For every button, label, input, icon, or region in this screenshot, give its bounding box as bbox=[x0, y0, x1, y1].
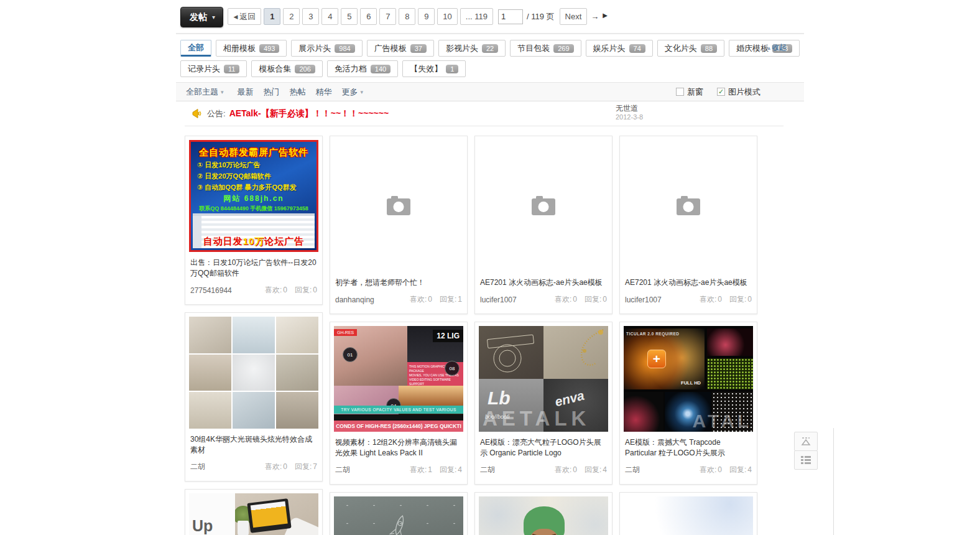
thread-title[interactable]: 初学者，想请老师帮个忙！ bbox=[335, 277, 462, 288]
page-jump-input[interactable] bbox=[498, 9, 523, 24]
page-button-3[interactable]: 3 bbox=[302, 8, 319, 25]
thread-thumbnail-template[interactable]: NEED TEMPLATE? bbox=[334, 496, 463, 535]
thread-title[interactable]: 视频素材：12组2K分辨率高清镜头漏光效果 Light Leaks Pack I… bbox=[335, 437, 462, 458]
tab-template-collections[interactable]: 模板合集 206 bbox=[251, 60, 322, 77]
thread-thumbnail-blank[interactable] bbox=[624, 496, 753, 535]
triangle-right-icon: ▶ bbox=[603, 12, 608, 21]
tab-invalid[interactable]: 【失效】 1 bbox=[402, 60, 466, 77]
thread-thumbnail-collage[interactable] bbox=[189, 317, 318, 429]
tab-label: 【失效】 bbox=[410, 63, 442, 75]
camera-icon bbox=[675, 195, 702, 217]
thread-thumbnail-workspace[interactable]: Up 12 bbox=[189, 493, 318, 535]
thread-title[interactable]: AE7201 冰火动画标志-ae片头ae模板 bbox=[625, 277, 752, 288]
list-view-button[interactable] bbox=[794, 450, 818, 470]
tab-culture-intros[interactable]: 文化片头 88 bbox=[657, 40, 724, 57]
thread-meta: 二胡 喜欢:0 回复:4 bbox=[480, 465, 607, 475]
announcement-title-link[interactable]: AETalk-【新手必读】！！~~！！~~~~~~ bbox=[229, 108, 389, 119]
filter-link-digest[interactable]: 精华 bbox=[316, 86, 332, 98]
tiny-text: VIDEO EDITING SOFTWARE SUPPORT bbox=[409, 378, 461, 386]
back-button[interactable]: ◀ 返回 bbox=[228, 8, 261, 25]
thread-title[interactable]: AE模版：漂亮大气粒子LOGO片头展示 Organic Particle Log… bbox=[480, 437, 607, 458]
new-post-button[interactable]: 发帖 ▾ bbox=[180, 7, 223, 27]
collapse-link[interactable]: ▴ 收起 bbox=[767, 42, 787, 53]
thread-thumbnail-placeholder[interactable] bbox=[334, 140, 463, 272]
filter-link-newest[interactable]: 最新 bbox=[238, 86, 254, 98]
thread-author[interactable]: 二胡 bbox=[480, 465, 495, 475]
thread-thumbnail-placeholder[interactable] bbox=[479, 140, 608, 272]
announcement-author[interactable]: 无世道 bbox=[616, 104, 643, 113]
thread-stats: 喜欢:0 回复:0 bbox=[700, 294, 752, 305]
thread-author[interactable]: 二胡 bbox=[625, 465, 640, 475]
tab-label: 文化片头 bbox=[665, 43, 697, 54]
filter-link-hot-posts[interactable]: 热帖 bbox=[290, 86, 306, 98]
announcement-date: 2012-3-8 bbox=[616, 113, 643, 121]
replies-label: 回复: bbox=[729, 295, 746, 304]
page-button-4[interactable]: 4 bbox=[321, 8, 338, 25]
thread-author[interactable]: danhanqing bbox=[335, 295, 374, 304]
thread-title[interactable]: AE模版：震撼大气 Trapcode Particular 粒子LOGO片头展示 bbox=[625, 437, 752, 458]
scope-dropdown[interactable]: 全部主题 ▾ bbox=[186, 86, 224, 98]
thread-thumbnail-placeholder[interactable] bbox=[624, 140, 753, 272]
thread-title[interactable]: 出售：日发10万论坛广告软件--日发20万QQ邮箱软件 bbox=[190, 258, 317, 279]
thread-stats: 喜欢:0 回复:1 bbox=[410, 294, 462, 305]
tab-documentary-intros[interactable]: 记录片头 11 bbox=[180, 60, 247, 77]
thread-thumbnail-ad[interactable]: 全自动群发霸屏广告软件 ① 日发10万论坛广告 ② 日发20万QQ邮箱软件 ③ … bbox=[189, 140, 318, 252]
thread-thumbnail-lightleaks[interactable]: THIS MOTION GRAPHICS PACKAGE MOVIES, YOU… bbox=[334, 326, 463, 432]
tab-film-intros[interactable]: 影视片头 22 bbox=[438, 40, 506, 57]
tab-wedding-templates[interactable]: 婚庆模板 153 bbox=[729, 40, 800, 57]
likes-label: 喜欢: bbox=[265, 286, 282, 294]
filter-link-more[interactable]: 更多 ▾ bbox=[342, 86, 364, 98]
category-tabs: 全部 相册模板 493 展示片头 984 广告模板 37 影视片头 22 bbox=[176, 34, 804, 77]
chevron-down-icon: ▾ bbox=[361, 89, 364, 95]
tab-album-templates[interactable]: 相册模板 493 bbox=[216, 40, 287, 57]
page-button-2[interactable]: 2 bbox=[283, 8, 300, 25]
page-button-5[interactable]: 5 bbox=[341, 8, 358, 25]
page-button-6[interactable]: 6 bbox=[360, 8, 377, 25]
tab-label: 记录片头 bbox=[188, 63, 220, 75]
last-page-button[interactable]: → ▶ bbox=[589, 12, 609, 21]
tab-ad-templates[interactable]: 广告模板 37 bbox=[367, 40, 434, 57]
page-button-8[interactable]: 8 bbox=[399, 8, 415, 25]
checkbox-box bbox=[676, 88, 684, 96]
tab-show-packaging[interactable]: 节目包装 269 bbox=[510, 40, 581, 57]
checkbox-box-checked: ✓ bbox=[717, 88, 725, 96]
thread-author[interactable]: lucifer1007 bbox=[480, 295, 517, 304]
page-button-1[interactable]: 1 bbox=[264, 8, 280, 25]
back-to-top-button[interactable] bbox=[794, 432, 818, 451]
thread-thumbnail-organic-logo[interactable]: Lb boo//boofi enva AETALK bbox=[479, 326, 608, 432]
thread-card: 30组4K华丽大光斑镜头炫光特效合成素材 二胡 喜欢:0 回复:7 bbox=[185, 312, 323, 482]
page-button-ellipsis-119[interactable]: ... 119 bbox=[460, 8, 493, 25]
likes-count: 0 bbox=[573, 295, 577, 304]
tab-free-files[interactable]: 免活力档 140 bbox=[327, 60, 398, 77]
page-button-7[interactable]: 7 bbox=[379, 8, 396, 25]
tab-display-intros[interactable]: 展示片头 984 bbox=[291, 40, 362, 57]
replies-label: 回复: bbox=[729, 465, 746, 474]
page-button-10[interactable]: 10 bbox=[437, 8, 457, 25]
thread-thumbnail-trapcode[interactable]: TICULAR 2.0 REQUIRED + FULL HD ATAL bbox=[624, 326, 753, 432]
filter-link-hot[interactable]: 热门 bbox=[264, 86, 280, 98]
image-mode-label: 图片模式 bbox=[728, 86, 760, 98]
list-icon bbox=[800, 455, 811, 465]
thread-title[interactable]: 30组4K华丽大光斑镜头炫光特效合成素材 bbox=[190, 434, 317, 455]
image-mode-checkbox[interactable]: ✓ 图片模式 bbox=[717, 86, 760, 98]
thread-thumbnail-character[interactable] bbox=[479, 496, 608, 535]
thread-author[interactable]: 二胡 bbox=[190, 462, 205, 472]
thread-card bbox=[619, 492, 757, 535]
page-button-9[interactable]: 9 bbox=[418, 8, 435, 25]
thread-card: AE7201 冰火动画标志-ae片头ae模板 lucifer1007 喜欢:0 … bbox=[619, 136, 757, 314]
thread-author[interactable]: 2775416944 bbox=[190, 286, 232, 295]
thread-author[interactable]: lucifer1007 bbox=[625, 295, 662, 304]
thread-title[interactable]: AE7201 冰火动画标志-ae片头ae模板 bbox=[480, 277, 607, 288]
next-page-button[interactable]: Next bbox=[560, 8, 588, 25]
thread-card: Lb boo//boofi enva AETALK AE模版：漂亮大气粒子LOG… bbox=[474, 322, 612, 485]
thread-meta: lucifer1007 喜欢:0 回复:0 bbox=[625, 294, 752, 305]
new-window-checkbox[interactable]: 新窗 bbox=[676, 86, 703, 98]
tab-all[interactable]: 全部 bbox=[180, 40, 211, 57]
tab-label: 全部 bbox=[188, 42, 204, 54]
thread-author[interactable]: 二胡 bbox=[335, 465, 350, 475]
likes-count: 1 bbox=[428, 465, 432, 474]
thread-meta: danhanqing 喜欢:0 回复:1 bbox=[335, 294, 462, 305]
tab-count-badge: 11 bbox=[224, 65, 239, 73]
tab-entertainment-intros[interactable]: 娱乐片头 74 bbox=[586, 40, 653, 57]
scope-label: 全部主题 bbox=[186, 86, 218, 98]
